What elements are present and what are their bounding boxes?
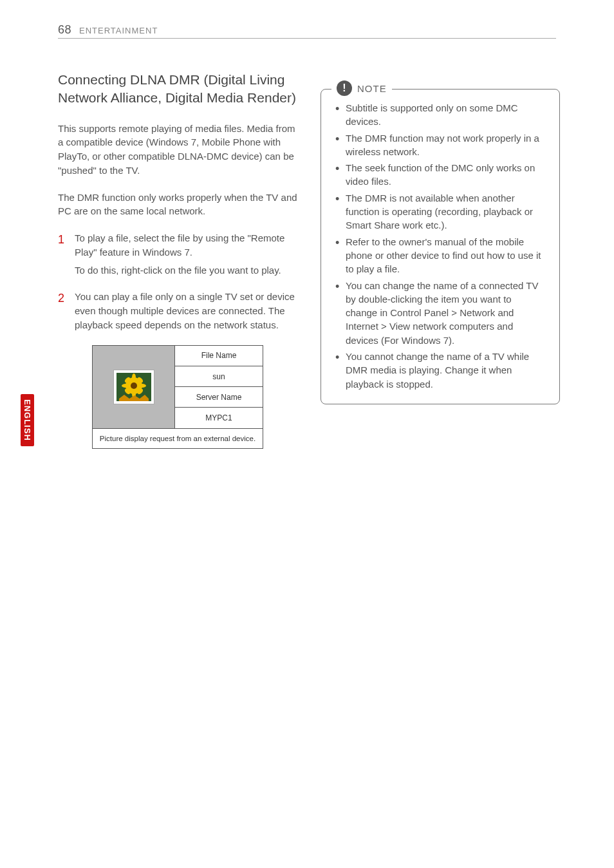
diagram-label-servername: Server Name xyxy=(175,387,263,408)
page-header: 68 ENTERTAINMENT xyxy=(58,23,556,39)
svg-point-6 xyxy=(138,384,146,388)
note-box: ! NOTE Subtitle is supported only on som… xyxy=(321,89,560,404)
note-bullet: You cannot change the name of a TV while… xyxy=(335,350,545,391)
step-number: 2 xyxy=(58,290,67,335)
note-bullet: You can change the name of a connected T… xyxy=(335,279,545,347)
page-number: 68 xyxy=(58,23,71,37)
note-bullet: The DMR function may not work properly i… xyxy=(335,131,545,159)
note-bullet: The DMR is not available when another fu… xyxy=(335,191,545,232)
note-icon: ! xyxy=(337,80,352,96)
intro-paragraph-1: This supports remote playing of media fi… xyxy=(58,122,297,178)
step-number: 1 xyxy=(58,231,67,281)
note-bullet-list: Subtitle is supported only on some DMC d… xyxy=(335,101,545,391)
note-bullet: Subtitle is supported only on some DMC d… xyxy=(335,101,545,129)
step-text: To do this, right-click on the file you … xyxy=(75,263,297,278)
note-title: NOTE xyxy=(357,83,387,94)
diagram-label-filename: File Name xyxy=(175,346,263,366)
note-bullet: The seek function of the DMC only works … xyxy=(335,161,545,189)
step-item: 1 To play a file, select the file by usi… xyxy=(58,231,297,281)
step-item: 2 You can play a file only on a single T… xyxy=(58,290,297,335)
diagram-value-sun: sun xyxy=(175,366,263,387)
language-tab: ENGLISH xyxy=(21,394,34,446)
section-label: ENTERTAINMENT xyxy=(79,26,158,35)
note-legend: ! NOTE xyxy=(331,80,392,96)
note-bullet: Refer to the owner's manual of the mobil… xyxy=(335,235,545,276)
diagram-value-mypc1: MYPC1 xyxy=(175,408,263,428)
intro-paragraph-2: The DMR function only works properly whe… xyxy=(58,191,297,219)
diagram-caption: Picture display request from an external… xyxy=(93,429,263,448)
dmr-diagram: File Name sun Server Name MYPC1 Picture … xyxy=(92,345,263,449)
steps-list: 1 To play a file, select the file by usi… xyxy=(58,231,297,336)
svg-point-3 xyxy=(132,373,136,381)
diagram-thumb-area xyxy=(93,346,175,428)
step-text: You can play a file only on a single TV … xyxy=(75,290,297,332)
diagram-thumb xyxy=(113,370,154,404)
subsection-title: Connecting DLNA DMR (Digital Living Netw… xyxy=(58,71,297,108)
step-text: To play a file, select the file by using… xyxy=(75,231,297,259)
svg-point-2 xyxy=(131,382,137,389)
flower-icon xyxy=(116,373,151,401)
svg-point-5 xyxy=(122,384,129,388)
